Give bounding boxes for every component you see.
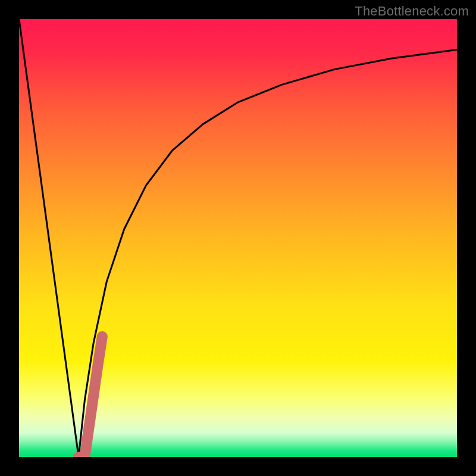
plot-area (19, 19, 457, 457)
highlight-marker (79, 337, 102, 457)
chart-frame: TheBottleneck.com (0, 0, 476, 476)
right-curve-segment (79, 50, 457, 457)
watermark-text: TheBottleneck.com (355, 4, 469, 19)
left-curve-segment (19, 19, 79, 457)
chart-curves (19, 19, 457, 457)
